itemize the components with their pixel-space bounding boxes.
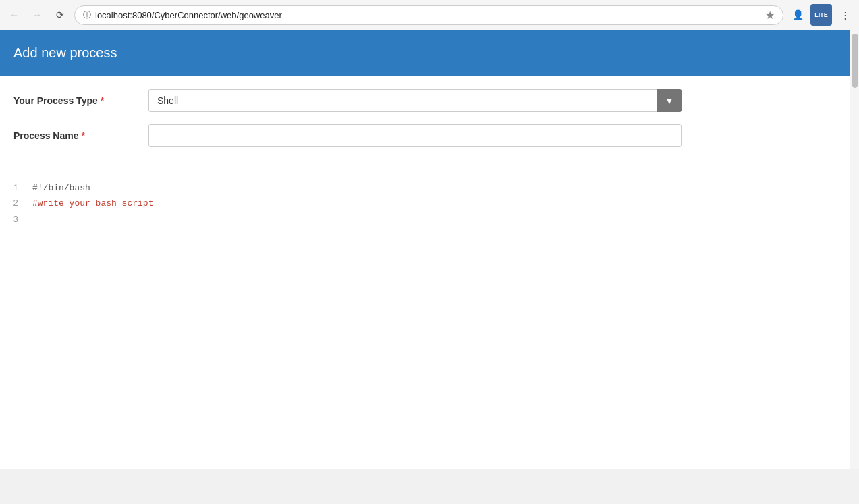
profile-button[interactable]: 👤 [789,6,806,24]
lock-icon: ⓘ [83,9,91,21]
code-line-3 [32,215,38,225]
scrollbar-thumb[interactable] [852,34,858,88]
editor-area[interactable]: 1 2 3 #!/bin/bash #write your bash scrip… [0,173,850,429]
refresh-button[interactable]: ⟳ [51,6,69,24]
line-number-2: 2 [5,196,18,211]
bookmark-icon[interactable]: ★ [765,9,775,22]
process-type-label: Your Process Type* [13,95,148,106]
url-input[interactable] [95,10,761,20]
code-editor-content[interactable]: #!/bin/bash #write your bash script [24,173,850,429]
line-numbers: 1 2 3 [0,173,24,429]
process-name-required: * [82,130,85,141]
extension-button[interactable]: LITE [810,4,832,26]
page-header: Add new process [0,30,850,76]
process-type-select-wrapper: Shell Jupyter Python ▼ [148,89,682,112]
extension-label: LITE [814,11,828,18]
menu-button[interactable]: ⋮ [836,6,854,24]
line-number-1: 1 [5,180,18,196]
back-button[interactable]: ← [5,6,23,24]
browser-toolbar: ← → ⟳ ⓘ ★ 👤 LITE ⋮ [0,0,859,30]
scrollbar-track[interactable] [850,30,859,469]
form-area: Your Process Type* Shell Jupyter Python … [0,76,850,173]
process-type-select[interactable]: Shell Jupyter Python [148,89,682,112]
code-line-2: #write your bash script [32,198,153,208]
process-name-input[interactable] [148,124,682,147]
browser-chrome: ← → ⟳ ⓘ ★ 👤 LITE ⋮ [0,0,859,30]
address-bar: ⓘ ★ [74,5,783,25]
main-content: Add new process Your Process Type* Shell… [0,30,850,469]
process-type-row: Your Process Type* Shell Jupyter Python … [13,89,836,112]
forward-button[interactable]: → [28,6,46,24]
line-number-3: 3 [5,212,18,227]
browser-actions: 👤 LITE ⋮ [789,4,854,26]
page-title: Add new process [13,45,836,61]
process-name-label: Process Name* [13,130,148,141]
code-line-1: #!/bin/bash [32,183,90,193]
process-name-row: Process Name* [13,124,836,147]
process-type-required: * [101,95,104,106]
page-wrapper: Add new process Your Process Type* Shell… [0,30,859,469]
